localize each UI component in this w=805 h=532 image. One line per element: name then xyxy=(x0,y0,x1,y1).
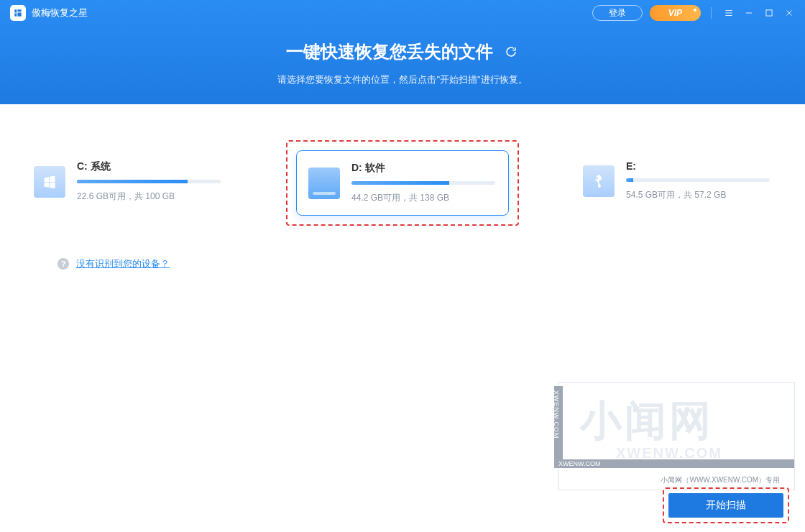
help-icon: ? xyxy=(58,258,69,270)
watermark: XWENW.COM XWENW.COM 小闻网 XWENW.COM 小闻网（WW… xyxy=(558,382,795,490)
drive-name: C: 系统 xyxy=(77,160,221,173)
drive-card-highlight: D: 软件44.2 GB可用，共 138 GB xyxy=(286,140,519,226)
drive-name: E: xyxy=(626,160,770,172)
drive-usage-bar xyxy=(626,178,770,182)
drive-card[interactable]: D: 软件44.2 GB可用，共 138 GB xyxy=(296,150,509,216)
drive-usage-bar xyxy=(77,180,221,183)
login-button[interactable]: 登录 xyxy=(592,5,643,21)
refresh-icon[interactable] xyxy=(503,44,519,60)
drive-usage-bar xyxy=(351,181,495,185)
drive-card[interactable]: C: 系统22.6 GB可用，共 100 GB xyxy=(22,149,234,214)
windows-drive-icon xyxy=(34,166,65,198)
menu-icon[interactable] xyxy=(719,0,739,26)
device-not-detected-link[interactable]: 没有识别到您的设备？ xyxy=(76,257,170,270)
vip-button[interactable]: VIP xyxy=(650,5,701,21)
app-logo xyxy=(10,5,26,21)
usb-drive-icon xyxy=(583,165,615,197)
svg-rect-0 xyxy=(766,10,772,16)
separator xyxy=(711,7,712,19)
maximize-icon[interactable] xyxy=(759,0,779,26)
app-title: 傲梅恢复之星 xyxy=(32,6,88,19)
drive-card-highlight: E:54.5 GB可用，共 57.2 GB xyxy=(562,140,792,226)
drive-usage-text: 22.6 GB可用，共 100 GB xyxy=(77,191,221,203)
drive-usage-text: 54.5 GB可用，共 57.2 GB xyxy=(626,189,770,201)
close-icon[interactable] xyxy=(779,0,799,26)
drive-card-highlight: C: 系统22.6 GB可用，共 100 GB xyxy=(13,140,243,226)
start-scan-button[interactable]: 开始扫描 xyxy=(668,493,783,518)
hdd-drive-icon xyxy=(308,168,340,199)
page-headline: 一键快速恢复您丢失的文件 xyxy=(286,40,493,63)
scan-button-highlight: 开始扫描 xyxy=(663,487,789,523)
drive-usage-text: 44.2 GB可用，共 138 GB xyxy=(351,192,495,204)
page-subline: 请选择您要恢复文件的位置，然后点击"开始扫描"进行恢复。 xyxy=(0,73,805,86)
drive-name: D: 软件 xyxy=(351,162,495,175)
drive-card[interactable]: E:54.5 GB可用，共 57.2 GB xyxy=(571,149,783,213)
minimize-icon[interactable] xyxy=(739,0,759,26)
